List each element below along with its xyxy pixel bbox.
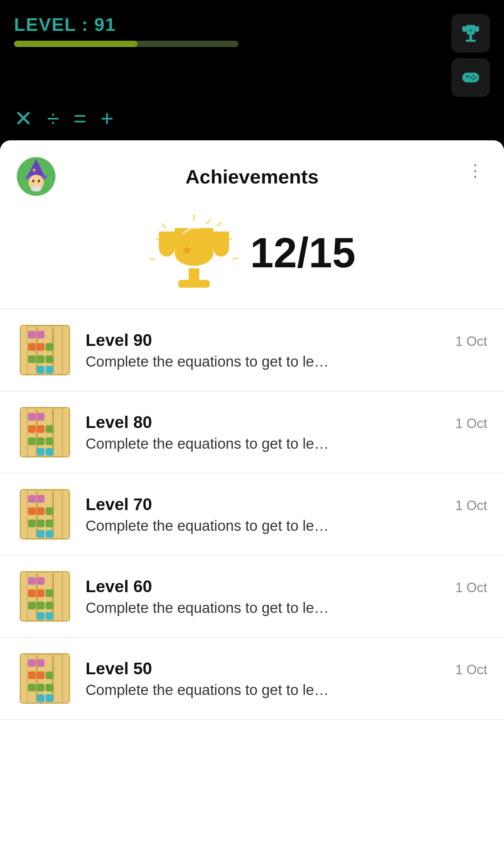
svg-rect-100 <box>37 684 45 691</box>
svg-rect-26 <box>189 268 199 281</box>
achievement-level: Level 50 <box>86 659 152 678</box>
svg-rect-66 <box>28 507 36 515</box>
achievement-info: Level 70 1 Oct Complete the equations to… <box>86 495 487 534</box>
achievement-item: Level 60 1 Oct Complete the equations to… <box>0 556 504 638</box>
svg-rect-1 <box>466 40 476 42</box>
white-panel: ★ Achievements ⋮ <box>0 140 504 863</box>
svg-rect-102 <box>37 694 45 702</box>
trophy-svg: ★ <box>148 214 240 291</box>
svg-line-21 <box>162 223 166 228</box>
level-label: LEVEL : 91 <box>14 14 437 35</box>
achievement-top-row: Level 80 1 Oct <box>86 413 487 432</box>
svg-rect-65 <box>37 495 45 503</box>
svg-point-2 <box>469 29 472 32</box>
achievement-list: Level 90 1 Oct Complete the equations to… <box>0 309 504 720</box>
op-equals: = <box>73 107 86 130</box>
svg-rect-94 <box>28 659 36 667</box>
svg-rect-64 <box>28 495 36 503</box>
achievement-date: 1 Oct <box>455 580 487 595</box>
svg-line-25 <box>233 258 238 259</box>
svg-rect-79 <box>28 577 36 585</box>
op-multiply: ✕ <box>14 107 33 130</box>
svg-rect-41 <box>46 355 53 363</box>
svg-rect-96 <box>28 671 36 679</box>
svg-rect-56 <box>46 437 53 445</box>
svg-rect-52 <box>37 425 45 433</box>
svg-rect-54 <box>28 437 36 445</box>
svg-rect-45 <box>20 408 27 457</box>
svg-rect-83 <box>46 589 53 597</box>
trophy-button[interactable] <box>451 14 490 53</box>
svg-rect-76 <box>62 572 69 621</box>
svg-rect-37 <box>37 343 45 351</box>
svg-rect-34 <box>28 331 36 339</box>
achievements-title: Achievements <box>17 165 487 188</box>
achievement-item: Level 90 1 Oct Complete the equations to… <box>0 309 504 392</box>
svg-rect-95 <box>37 659 45 667</box>
svg-rect-84 <box>28 602 36 609</box>
achievement-description: Complete the equations to get to le… <box>86 600 487 616</box>
achievement-date: 1 Oct <box>455 498 487 513</box>
achievement-level: Level 90 <box>86 330 152 350</box>
svg-rect-36 <box>28 343 36 351</box>
progress-bar-container <box>14 41 238 47</box>
achievements-header: ★ Achievements ⋮ <box>0 140 504 207</box>
svg-line-24 <box>150 259 155 260</box>
achievement-top-row: Level 70 1 Oct <box>86 495 487 514</box>
svg-point-6 <box>472 75 475 77</box>
svg-rect-5 <box>467 75 468 78</box>
svg-rect-38 <box>46 343 53 351</box>
svg-rect-97 <box>37 671 45 679</box>
trophy-icon <box>459 22 482 45</box>
svg-rect-80 <box>37 577 45 585</box>
achievement-level: Level 60 <box>86 577 152 596</box>
operator-row: ✕ ÷ = + <box>0 104 504 140</box>
svg-rect-43 <box>46 366 53 374</box>
svg-rect-71 <box>46 520 53 527</box>
achievement-level: Level 80 <box>86 413 152 432</box>
achievement-item: Level 70 1 Oct Complete the equations to… <box>0 474 504 556</box>
abacus-icon <box>17 404 73 460</box>
abacus-icon <box>17 568 73 624</box>
svg-rect-67 <box>37 507 45 515</box>
svg-rect-73 <box>46 530 53 538</box>
top-bar-right <box>451 14 490 97</box>
svg-rect-53 <box>46 425 53 433</box>
achievement-item: Level 80 1 Oct Complete the equations to… <box>0 392 504 474</box>
svg-rect-55 <box>37 437 45 445</box>
abacus-icon <box>17 322 73 378</box>
trophy-large: ★ <box>148 214 240 291</box>
gamepad-icon <box>459 66 482 89</box>
top-bar-left: LEVEL : 91 <box>14 14 437 47</box>
score-display: 12/15 <box>250 232 355 274</box>
achievement-info: Level 60 1 Oct Complete the equations to… <box>86 577 487 616</box>
svg-rect-70 <box>37 520 45 527</box>
svg-point-7 <box>475 76 477 79</box>
svg-rect-27 <box>178 280 210 288</box>
svg-rect-81 <box>28 589 36 597</box>
achievement-date: 1 Oct <box>455 334 487 349</box>
achievement-item: Level 50 1 Oct Complete the equations to… <box>0 638 504 720</box>
svg-text:★: ★ <box>181 243 193 257</box>
achievement-top-row: Level 60 1 Oct <box>86 577 487 596</box>
op-plus: + <box>101 107 114 130</box>
trophy-score-section: ★ 12/15 <box>0 207 504 309</box>
svg-rect-90 <box>20 654 27 703</box>
svg-rect-51 <box>28 425 36 433</box>
svg-rect-39 <box>28 355 36 363</box>
svg-rect-68 <box>46 507 53 515</box>
svg-rect-46 <box>62 408 69 457</box>
achievement-level: Level 70 <box>86 495 152 514</box>
svg-rect-99 <box>28 684 36 691</box>
svg-rect-103 <box>46 694 53 702</box>
svg-rect-61 <box>62 490 69 539</box>
achievement-description: Complete the equations to get to le… <box>86 435 487 452</box>
achievement-date: 1 Oct <box>455 662 487 677</box>
svg-rect-87 <box>37 612 45 620</box>
svg-rect-50 <box>37 413 45 421</box>
more-menu-button[interactable]: ⋮ <box>463 157 487 184</box>
achievement-info: Level 80 1 Oct Complete the equations to… <box>86 413 487 452</box>
gamepad-button[interactable] <box>451 58 490 97</box>
op-divide: ÷ <box>47 107 59 130</box>
achievement-top-row: Level 50 1 Oct <box>86 659 487 678</box>
